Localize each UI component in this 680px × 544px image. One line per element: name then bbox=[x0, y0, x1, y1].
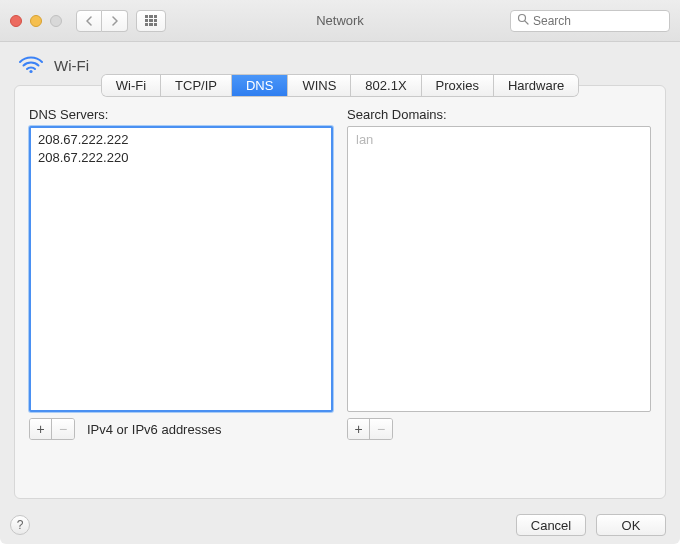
zoom-window-button-disabled bbox=[50, 15, 62, 27]
back-button[interactable] bbox=[76, 10, 102, 32]
tab-wins[interactable]: WINS bbox=[288, 75, 351, 96]
dns-tab-content: DNS Servers: 208.67.222.222208.67.222.22… bbox=[15, 107, 665, 440]
cancel-button[interactable]: Cancel bbox=[516, 514, 586, 536]
forward-button[interactable] bbox=[102, 10, 128, 32]
dns-add-button[interactable]: + bbox=[30, 419, 52, 439]
dns-servers-label: DNS Servers: bbox=[29, 107, 333, 122]
search-input[interactable] bbox=[533, 14, 680, 28]
tab-dns[interactable]: DNS bbox=[232, 75, 288, 96]
dialog-footer: ? Cancel OK bbox=[10, 514, 666, 536]
chevron-right-icon bbox=[111, 16, 119, 26]
search-domains-add-remove: + − bbox=[347, 418, 393, 440]
settings-panel: Wi-FiTCP/IPDNSWINS802.1XProxiesHardware … bbox=[14, 85, 666, 499]
grid-icon bbox=[145, 15, 157, 27]
search-field[interactable] bbox=[510, 10, 670, 32]
search-domains-list-footer: + − bbox=[347, 418, 651, 440]
connection-name: Wi-Fi bbox=[54, 57, 89, 74]
tab-proxies[interactable]: Proxies bbox=[422, 75, 494, 96]
chevron-left-icon bbox=[85, 16, 93, 26]
svg-point-2 bbox=[29, 70, 32, 73]
tab-hardware[interactable]: Hardware bbox=[494, 75, 578, 96]
titlebar: Network bbox=[0, 0, 680, 42]
show-all-button[interactable] bbox=[136, 10, 166, 32]
dns-add-remove: + − bbox=[29, 418, 75, 440]
dns-servers-column: DNS Servers: 208.67.222.222208.67.222.22… bbox=[29, 107, 333, 440]
tab-8021x[interactable]: 802.1X bbox=[351, 75, 421, 96]
nav-buttons bbox=[76, 10, 128, 32]
ok-button[interactable]: OK bbox=[596, 514, 666, 536]
dns-server-entry[interactable]: 208.67.222.220 bbox=[38, 149, 324, 167]
search-domains-remove-button[interactable]: − bbox=[370, 419, 392, 439]
search-domains-column: Search Domains: lan + − bbox=[347, 107, 651, 440]
close-window-button[interactable] bbox=[10, 15, 22, 27]
wifi-icon bbox=[18, 54, 44, 77]
dns-server-entry[interactable]: 208.67.222.222 bbox=[38, 131, 324, 149]
dns-hint: IPv4 or IPv6 addresses bbox=[87, 422, 221, 437]
window-controls bbox=[10, 15, 62, 27]
search-domains-add-button[interactable]: + bbox=[348, 419, 370, 439]
tab-tcpip[interactable]: TCP/IP bbox=[161, 75, 232, 96]
svg-line-1 bbox=[525, 21, 528, 24]
dns-list-footer: + − IPv4 or IPv6 addresses bbox=[29, 418, 333, 440]
dns-remove-button[interactable]: − bbox=[52, 419, 74, 439]
help-button[interactable]: ? bbox=[10, 515, 30, 535]
question-icon: ? bbox=[17, 518, 24, 532]
search-domain-placeholder: lan bbox=[356, 131, 642, 149]
tab-wifi[interactable]: Wi-Fi bbox=[102, 75, 161, 96]
minimize-window-button[interactable] bbox=[30, 15, 42, 27]
tab-bar: Wi-FiTCP/IPDNSWINS802.1XProxiesHardware bbox=[15, 75, 665, 96]
dns-servers-list[interactable]: 208.67.222.222208.67.222.220 bbox=[29, 126, 333, 412]
network-preferences-window: Network Wi-Fi Wi-FiTCP/IPDNSWINS802.1XPr… bbox=[0, 0, 680, 544]
search-domains-label: Search Domains: bbox=[347, 107, 651, 122]
search-domains-list[interactable]: lan bbox=[347, 126, 651, 412]
search-icon bbox=[517, 13, 529, 28]
